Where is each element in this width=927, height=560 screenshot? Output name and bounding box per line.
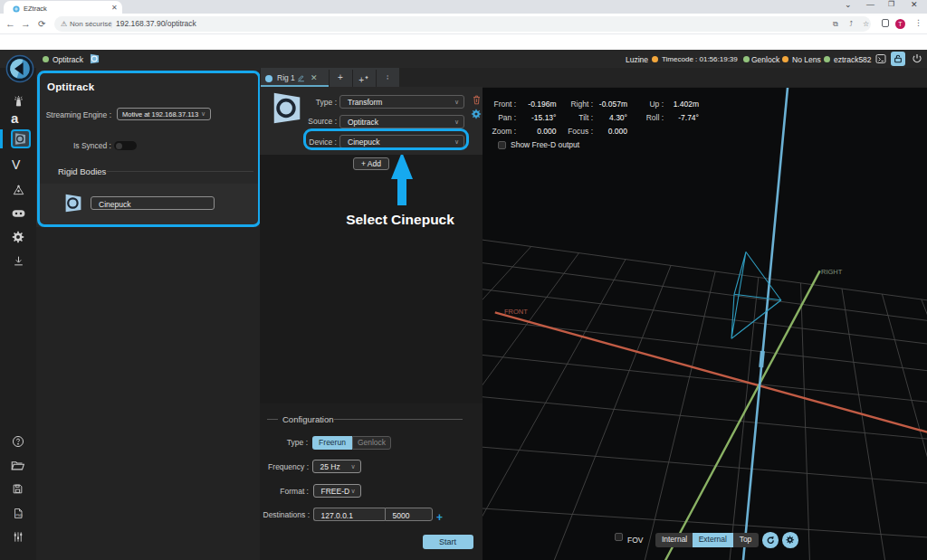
svg-text:PSD: PSD [16, 514, 24, 517]
svg-text:RIGHT: RIGHT [821, 268, 843, 276]
svg-text:FRONT: FRONT [504, 308, 528, 316]
